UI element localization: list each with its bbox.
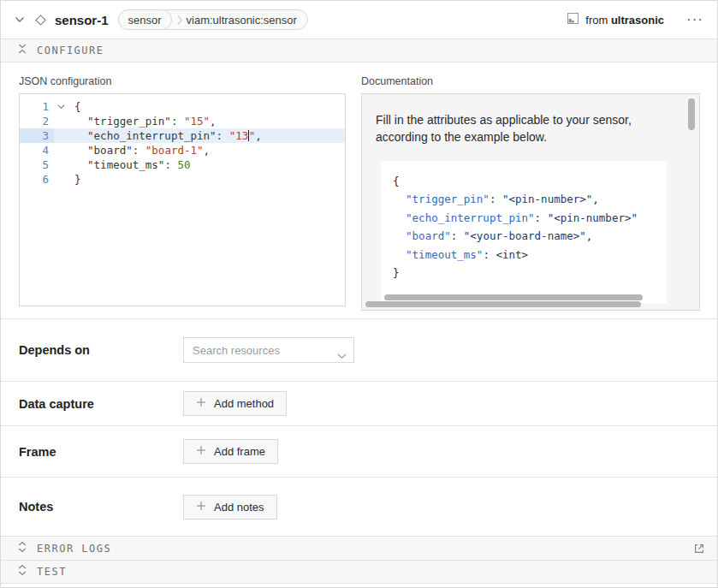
configure-label: CONFIGURE <box>37 45 104 56</box>
plus-icon <box>196 445 206 458</box>
documentation-panel: Fill in the attributes as applicable to … <box>361 93 700 311</box>
editor-line[interactable]: 4 "board": "board-1", <box>20 143 345 157</box>
line-number: 1 <box>20 99 54 114</box>
configure-section-bar[interactable]: CONFIGURE <box>1 39 717 62</box>
more-options-button[interactable]: ··· <box>685 12 705 27</box>
doc-code-line: "echo_interrupt_pin": "<pin-number>" <box>393 209 667 228</box>
json-editor[interactable]: 1{2 "trigger_pin": "15",3 "echo_interrup… <box>19 93 346 306</box>
editor-line-code: "trigger_pin": "15", <box>68 114 345 128</box>
data-capture-label: Data capture <box>19 397 183 411</box>
resource-config-card: sensor-1 sensor viam:ultrasonic:sensor f… <box>0 0 718 588</box>
line-number: 3 <box>20 128 54 143</box>
editor-line-code: "timeout_ms": 50 <box>68 157 345 172</box>
collapse-chevron-icon[interactable] <box>15 16 25 23</box>
editor-line-code: "board": "board-1", <box>68 143 345 157</box>
chevron-right-icon <box>177 15 183 26</box>
doc-code-line: "board": "<your-board-name>", <box>393 227 667 246</box>
expand-vertical-icon[interactable] <box>18 564 27 579</box>
editor-line-code: "echo_interrupt_pin": "13", <box>68 128 345 143</box>
doc-code-lines: { "trigger_pin": "<pin-number>", "echo_i… <box>393 172 667 282</box>
open-in-new-icon[interactable] <box>693 543 705 555</box>
module-icon <box>567 12 579 27</box>
editor-line[interactable]: 6} <box>20 172 345 187</box>
json-editor-lines: 1{2 "trigger_pin": "15",3 "echo_interrup… <box>20 99 345 187</box>
configure-body: JSON configuration 1{2 "trigger_pin": "1… <box>1 62 717 319</box>
fold-spacer <box>54 128 68 143</box>
fold-spacer <box>54 114 68 128</box>
doc-code-line: "timeout_ms": <int> <box>393 246 667 264</box>
depends-on-select[interactable] <box>183 337 354 363</box>
doc-code-line: "trigger_pin": "<pin-number>", <box>393 190 667 209</box>
depends-on-label: Depends on <box>19 343 183 357</box>
documentation-intro: Fill in the attributes as applicable to … <box>376 111 675 146</box>
fold-spacer <box>54 143 68 157</box>
data-capture-row: Data capture Add method <box>1 382 717 426</box>
expand-vertical-icon[interactable] <box>18 541 27 556</box>
documentation-code-block: { "trigger_pin": "<pin-number>", "echo_i… <box>381 161 667 303</box>
frame-label: Frame <box>19 445 183 459</box>
model-badge: viam:ultrasonic:sensor <box>187 14 307 27</box>
test-section-bar[interactable]: TEST <box>1 560 717 584</box>
module-origin: from ultrasonic <box>567 12 664 27</box>
depends-on-row: Depends on <box>1 319 717 382</box>
resource-header: sensor-1 sensor viam:ultrasonic:sensor f… <box>1 1 717 39</box>
error-logs-section-bar[interactable]: ERROR LOGS <box>1 536 717 560</box>
error-logs-label: ERROR LOGS <box>37 543 111 555</box>
line-number: 6 <box>20 172 54 187</box>
fold-spacer <box>54 172 68 187</box>
fold-chevron-icon[interactable] <box>54 99 68 114</box>
json-config-label: JSON configuration <box>19 75 346 87</box>
editor-line[interactable]: 1{ <box>20 99 345 114</box>
add-notes-button[interactable]: Add notes <box>183 495 277 520</box>
line-number: 4 <box>20 143 54 157</box>
line-number: 2 <box>20 114 54 128</box>
panel-horizontal-scrollbar[interactable] <box>365 301 641 307</box>
diamond-resource-icon <box>34 14 47 27</box>
notes-label: Notes <box>19 500 183 514</box>
plus-icon <box>196 397 206 410</box>
notes-row: Notes Add notes <box>1 478 717 536</box>
fold-spacer <box>54 157 68 172</box>
search-resources-input[interactable] <box>183 337 354 363</box>
frame-row: Frame Add frame <box>1 426 717 478</box>
add-frame-button[interactable]: Add frame <box>183 439 278 464</box>
editor-line-code: } <box>68 172 345 187</box>
type-badge: sensor <box>118 9 172 30</box>
test-label: TEST <box>37 566 67 578</box>
editor-line[interactable]: 5 "timeout_ms": 50 <box>20 157 345 172</box>
resource-type-badge-group: sensor viam:ultrasonic:sensor <box>118 9 308 30</box>
panel-vertical-scrollbar[interactable] <box>688 98 695 130</box>
editor-line[interactable]: 3 "echo_interrupt_pin": "13", <box>20 128 345 143</box>
editor-line[interactable]: 2 "trigger_pin": "15", <box>20 114 345 128</box>
from-module-label: from ultrasonic <box>585 14 664 27</box>
editor-line-code: { <box>68 99 345 114</box>
resource-name: sensor-1 <box>55 13 109 27</box>
documentation-label: Documentation <box>361 75 700 87</box>
doc-code-line: } <box>393 264 667 282</box>
line-number: 5 <box>20 157 54 172</box>
code-horizontal-scrollbar[interactable] <box>384 294 643 300</box>
collapse-vertical-icon[interactable] <box>18 43 27 58</box>
plus-icon <box>196 501 206 514</box>
doc-code-line: { <box>393 172 667 191</box>
add-method-button[interactable]: Add method <box>183 391 287 416</box>
